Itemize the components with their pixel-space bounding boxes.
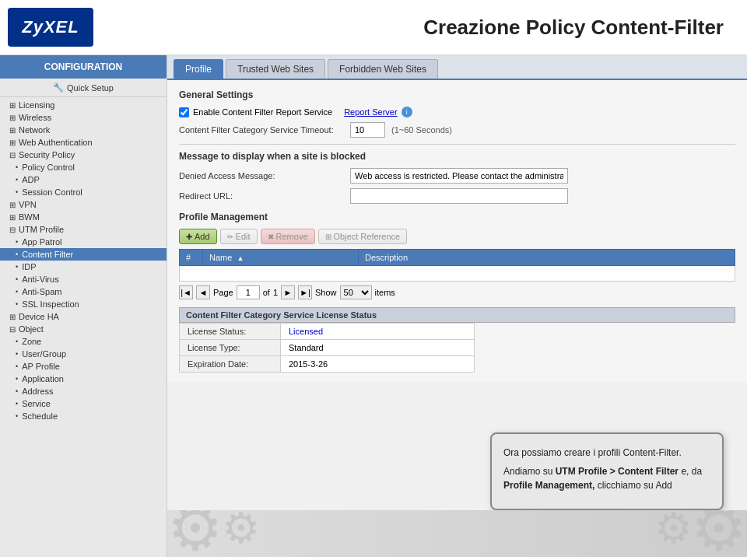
callout-line1: Ora possiamo creare i profili Content-Fi… [503,446,710,460]
quick-setup-label: Quick Setup [67,83,114,93]
info-icon[interactable]: i [402,107,412,117]
remove-button[interactable]: ✖ Remove [261,229,315,244]
sidebar-item-anti-virus[interactable]: • Anti-Virus [0,273,167,285]
bullet-icon: • [16,188,18,196]
callout-bold1: UTM Profile > Content Filter [556,466,679,477]
bullet-icon: • [16,288,18,296]
of-label: of [263,288,270,297]
last-page-button[interactable]: ►| [298,285,312,299]
page-input[interactable] [237,285,260,299]
sidebar-item-utm-profile[interactable]: ⊟ UTM Profile [0,223,167,236]
tab-forbidden[interactable]: Forbidden Web Sites [328,59,438,79]
sidebar-item-app-patrol[interactable]: • App Patrol [0,236,167,248]
wrench-icon: 🔧 [53,82,64,93]
sidebar-label: App Patrol [22,237,61,247]
sidebar-item-session-control[interactable]: • Session Control [0,186,167,198]
bullet-icon: • [16,412,18,420]
sidebar-item-address[interactable]: • Address [0,385,167,397]
expand-icon: ⊟ [9,325,16,334]
remove-label: Remove [276,232,308,241]
license-title: Content Filter Category Service License … [179,307,735,323]
profile-toolbar: ✚ Add ✏ Edit ✖ Remove ⊞ Object Reference [179,229,735,244]
bullet-icon: • [16,176,18,184]
sidebar-label: UTM Profile [19,225,64,234]
profile-mgmt-title: Profile Management [179,212,735,222]
next-page-button[interactable]: ► [281,285,295,299]
enable-filter-checkbox[interactable] [179,107,189,117]
sidebar-label: Network [19,125,50,135]
sidebar-item-ap-profile[interactable]: • AP Profile [0,360,167,373]
sidebar-label: Schedule [22,411,58,421]
enable-filter-row: Enable Content Filter Report Service Rep… [179,107,735,117]
sidebar-item-idp[interactable]: • IDP [0,261,167,273]
timeout-input[interactable] [350,122,385,138]
content-panel: Profile Trusted Web Sites Forbidden Web … [167,55,747,557]
sidebar-label: AP Profile [22,362,60,371]
sidebar-item-web-auth[interactable]: ⊞ Web Authentication [0,136,167,149]
sidebar-item-application[interactable]: • Application [0,373,167,385]
bullet-icon: • [16,362,18,370]
sidebar-item-bwm[interactable]: ⊞ BWM [0,211,167,223]
bullet-icon: • [16,387,18,395]
report-server-link[interactable]: Report Server [344,107,397,117]
denied-label: Denied Access Message: [179,171,350,180]
edit-button[interactable]: ✏ Edit [220,229,258,244]
gear-icon-left: ⚙ [167,510,223,557]
bottom-bar: ⚙ ⚙ ⚙ ⚙ [167,510,747,557]
sidebar-label: Address [22,387,53,396]
sidebar-item-ssl-inspection[interactable]: • SSL Inspection [0,298,167,310]
bullet-icon: • [16,163,18,171]
sidebar-label: Content Filter [22,250,73,259]
show-select[interactable]: 50 25 100 [340,285,372,299]
denied-input[interactable] [350,168,568,184]
sidebar-item-content-filter[interactable]: • Content Filter [0,248,167,261]
col-name-header[interactable]: Name ▲ [203,250,359,266]
timeout-hint: (1~60 Seconds) [391,125,452,135]
sidebar-label: ADP [22,175,40,184]
sidebar-item-licensing[interactable]: ⊞ Licensing [0,99,167,111]
gear-icon-right2: ⚙ [654,510,693,553]
object-ref-button[interactable]: ⊞ Object Reference [318,229,408,244]
sidebar-item-policy-control[interactable]: • Policy Control [0,161,167,173]
sidebar: CONFIGURATION 🔧 Quick Setup ⊞ Licensing … [0,55,167,557]
callout-box: Ora possiamo creare i profili Content-Fi… [490,432,724,510]
type-label: License Type: [180,340,281,356]
add-button[interactable]: ✚ Add [179,229,217,244]
license-expiry-row: Expiration Date: 2015-3-26 [180,356,475,373]
sidebar-item-anti-spam[interactable]: • Anti-Spam [0,285,167,298]
page-label: Page [213,288,233,297]
sidebar-item-device-ha[interactable]: ⊞ Device HA [0,310,167,323]
first-page-button[interactable]: |◄ [179,285,193,299]
quick-setup[interactable]: 🔧 Quick Setup [0,79,167,97]
obj-ref-label: Object Reference [334,232,401,241]
sidebar-item-network[interactable]: ⊞ Network [0,124,167,136]
tab-profile[interactable]: Profile [174,59,223,79]
sidebar-item-adp[interactable]: • ADP [0,173,167,186]
prev-page-button[interactable]: ◄ [196,285,210,299]
sidebar-item-user-group[interactable]: • User/Group [0,348,167,360]
license-section: Content Filter Category Service License … [179,307,735,373]
sidebar-item-security-policy[interactable]: ⊟ Security Policy [0,149,167,161]
redirect-input[interactable] [350,188,568,204]
enable-filter-label: Enable Content Filter Report Service [193,107,332,117]
tab-bar: Profile Trusted Web Sites Forbidden Web … [167,55,747,80]
sidebar-item-schedule[interactable]: • Schedule [0,410,167,422]
tab-trusted[interactable]: Trusted Web Sites [226,59,325,79]
sidebar-item-service[interactable]: • Service [0,397,167,410]
sidebar-item-object[interactable]: ⊟ Object [0,323,167,335]
redirect-row: Redirect URL: [179,188,735,204]
timeout-label: Content Filter Category Service Timeout: [179,125,350,135]
status-label: License Status: [180,324,281,340]
bullet-icon: • [16,238,18,246]
sidebar-item-wireless[interactable]: ⊞ Wireless [0,111,167,124]
sidebar-label: Object [19,324,44,334]
sidebar-item-vpn[interactable]: ⊞ VPN [0,198,167,211]
sidebar-label: Policy Control [22,163,75,172]
sidebar-label: SSL Inspection [22,299,79,309]
block-msg-title: Message to display when a site is blocke… [179,151,735,162]
sidebar-label: Application [22,374,64,383]
expand-icon: ⊞ [9,138,16,147]
type-value: Standard [281,340,475,356]
expand-icon: ⊟ [9,226,16,234]
sidebar-item-zone[interactable]: • Zone [0,335,167,348]
